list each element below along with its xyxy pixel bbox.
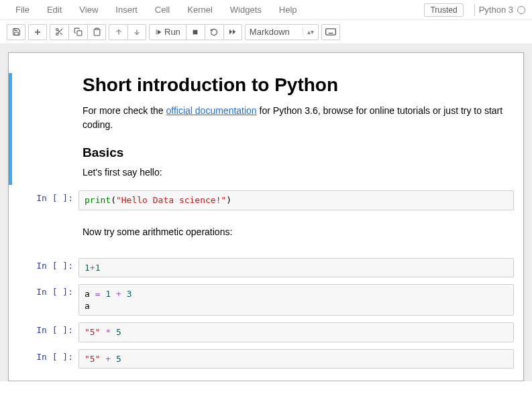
code-cell[interactable]: In [ ]: "5" * 5 <box>9 321 523 344</box>
paste-icon <box>93 27 101 36</box>
svg-marker-15 <box>233 29 235 34</box>
markdown-cell[interactable]: Short introduction to Python For more ch… <box>9 73 523 185</box>
code-input[interactable]: "5" + 5 <box>78 349 514 369</box>
code-cell[interactable]: In [ ]: a = 1 + 3 a <box>9 283 523 317</box>
save-button[interactable] <box>7 24 25 40</box>
cut-button[interactable] <box>50 24 68 40</box>
code-input[interactable]: 1+1 <box>78 258 514 278</box>
paragraph: For more check the official documentatio… <box>83 104 510 132</box>
paragraph: Now try some arithmetic operations: <box>83 225 510 239</box>
interrupt-button[interactable] <box>186 24 205 40</box>
fast-forward-icon <box>228 28 237 36</box>
menubar: File Edit View Insert Cell Kernel Widget… <box>0 0 532 20</box>
menu-widgets[interactable]: Widgets <box>221 2 270 17</box>
celltype-select[interactable]: Markdown ▴▾ <box>245 24 319 40</box>
toolbar: Run Markdown ▴▾ <box>0 20 532 44</box>
run-label: Run <box>164 27 180 37</box>
menu-edit[interactable]: Edit <box>38 2 70 17</box>
svg-rect-7 <box>77 31 82 36</box>
run-icon <box>155 29 162 36</box>
chevron-updown-icon: ▴▾ <box>303 28 314 36</box>
markdown-output: Short introduction to Python For more ch… <box>78 74 514 184</box>
command-palette-button[interactable] <box>321 24 340 40</box>
move-up-button[interactable] <box>109 24 127 40</box>
code-cell[interactable]: In [ ]: 1+1 <box>9 257 523 279</box>
svg-line-5 <box>60 33 62 35</box>
kernel-indicator-icon[interactable] <box>517 6 525 14</box>
run-button[interactable]: Run <box>149 24 186 40</box>
stop-icon <box>192 29 199 36</box>
cell-body: 1+1 <box>78 258 514 278</box>
restart-run-all-button[interactable] <box>223 24 242 40</box>
cut-icon <box>55 27 64 36</box>
cell-body: print("Hello Data science!") <box>78 190 514 210</box>
kernel-name[interactable]: Python 3 <box>479 5 513 15</box>
celltype-value: Markdown <box>250 27 290 37</box>
paste-button[interactable] <box>87 24 106 40</box>
heading-2: Basics <box>83 145 510 160</box>
paragraph: Let's first say hello: <box>83 166 510 180</box>
copy-icon <box>74 27 83 36</box>
svg-point-3 <box>56 33 58 35</box>
menu-cell[interactable]: Cell <box>146 2 178 17</box>
prompt <box>14 217 78 251</box>
code-input[interactable]: a = 1 + 3 a <box>78 284 514 316</box>
code-input[interactable]: "5" * 5 <box>78 322 514 342</box>
menu-kernel[interactable]: Kernel <box>178 2 221 17</box>
cell-body: "5" * 5 <box>78 322 514 342</box>
svg-rect-16 <box>326 29 336 35</box>
prompt: In [ ]: <box>14 190 78 210</box>
copy-button[interactable] <box>68 24 87 40</box>
menu-help[interactable]: Help <box>270 2 306 17</box>
svg-rect-8 <box>95 28 98 29</box>
menu-insert[interactable]: Insert <box>107 2 146 17</box>
prompt: In [ ]: <box>14 322 78 342</box>
svg-line-6 <box>58 30 59 31</box>
code-input[interactable]: print("Hello Data science!") <box>78 190 514 210</box>
cell-body: a = 1 + 3 a <box>78 284 514 316</box>
cell-body: "5" + 5 <box>78 349 514 369</box>
svg-marker-14 <box>229 29 232 34</box>
markdown-cell[interactable]: Now try some arithmetic operations: <box>9 216 523 253</box>
trusted-badge[interactable]: Trusted <box>424 3 463 17</box>
prompt <box>14 74 78 184</box>
menu-view[interactable]: View <box>70 2 107 17</box>
markdown-output: Now try some arithmetic operations: <box>78 217 514 251</box>
move-down-button[interactable] <box>127 24 146 40</box>
code-cell[interactable]: In [ ]: "5" + 5 <box>9 348 523 371</box>
arrow-down-icon <box>133 28 141 36</box>
prompt: In [ ]: <box>14 349 78 369</box>
restart-button[interactable] <box>205 24 223 40</box>
save-icon <box>12 27 21 36</box>
notebook-area: Short introduction to Python For more ch… <box>0 44 532 381</box>
restart-icon <box>210 28 218 36</box>
svg-point-2 <box>56 29 58 31</box>
plus-icon <box>34 28 42 36</box>
separator <box>474 4 475 16</box>
prompt: In [ ]: <box>14 284 78 316</box>
prompt: In [ ]: <box>14 258 78 278</box>
doc-link[interactable]: official documentation <box>166 105 257 116</box>
arrow-up-icon <box>115 28 123 36</box>
keyboard-icon <box>325 28 336 36</box>
heading-1: Short introduction to Python <box>83 74 510 96</box>
svg-marker-12 <box>158 30 161 34</box>
notebook-container: Short introduction to Python For more ch… <box>8 52 524 381</box>
add-cell-button[interactable] <box>28 24 47 40</box>
code-cell[interactable]: In [ ]: print("Hello Data science!") <box>9 189 523 212</box>
svg-rect-13 <box>193 29 198 34</box>
menu-file[interactable]: File <box>7 2 38 17</box>
